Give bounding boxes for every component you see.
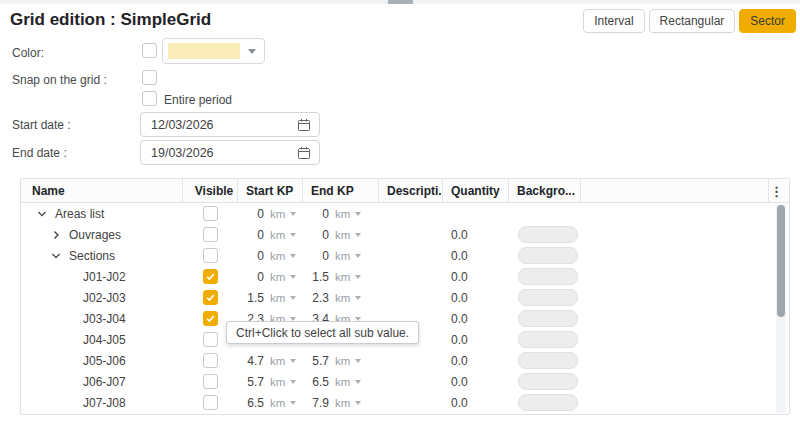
background-input[interactable] (518, 394, 578, 411)
start-kp-value[interactable]: 6.5 (238, 396, 264, 410)
visible-checkbox[interactable] (203, 227, 218, 242)
column-header-visible[interactable]: Visible (183, 179, 238, 202)
background-input[interactable] (518, 373, 578, 390)
start-kp-unit-dropdown[interactable]: km (270, 376, 296, 388)
start-kp-unit-dropdown[interactable]: km (270, 292, 296, 304)
quantity-value[interactable]: 0.0 (451, 228, 468, 242)
visible-checkbox[interactable] (203, 248, 218, 263)
end-kp-unit-dropdown[interactable]: km (335, 376, 361, 388)
entire-period-checkbox[interactable] (142, 91, 157, 106)
description-cell[interactable] (379, 392, 443, 413)
end-kp-value[interactable]: 7.9 (303, 396, 329, 410)
visible-checkbox[interactable] (203, 332, 218, 347)
end-kp-value[interactable]: 0 (303, 249, 329, 263)
end-kp-unit-dropdown[interactable]: km (335, 397, 361, 409)
start-date-input[interactable]: 12/03/2026 (140, 112, 320, 137)
start-kp-unit-dropdown[interactable]: km (270, 271, 296, 283)
sector-button[interactable]: Sector (739, 9, 796, 33)
column-header-quantity[interactable]: Quantity (443, 179, 509, 202)
end-kp-unit-dropdown[interactable]: km (335, 355, 361, 367)
visible-checkbox[interactable] (203, 290, 218, 305)
column-header-description[interactable]: Descripti... (379, 179, 443, 202)
quantity-value[interactable]: 0.0 (451, 249, 468, 263)
column-header-end-kp[interactable]: End KP (303, 179, 379, 202)
end-kp-unit-dropdown[interactable]: km (335, 229, 361, 241)
table-row[interactable]: J05-J06 4.7 km 5.7 km 0.0 (21, 350, 789, 371)
table-row[interactable]: Ouvrages 0 km 0 km 0.0 (21, 224, 789, 245)
table-row[interactable]: J02-J03 1.5 km 2.3 km 0.0 (21, 287, 789, 308)
color-dropdown[interactable] (162, 38, 265, 64)
visible-checkbox[interactable] (203, 311, 218, 326)
table-row[interactable]: J01-J02 0 km 1.5 km 0.0 (21, 266, 789, 287)
background-input[interactable] (518, 289, 578, 306)
start-kp-value[interactable]: 5.7 (238, 375, 264, 389)
table-row[interactable]: J07-J08 6.5 km 7.9 km 0.0 (21, 392, 789, 413)
start-kp-unit-dropdown[interactable]: km (270, 355, 296, 367)
description-cell[interactable] (379, 371, 443, 392)
quantity-value[interactable]: 0.0 (451, 375, 468, 389)
snap-checkbox[interactable] (142, 70, 157, 85)
vertical-scrollbar[interactable] (776, 204, 786, 413)
start-kp-unit-dropdown[interactable]: km (270, 250, 296, 262)
visible-checkbox[interactable] (203, 395, 218, 410)
description-cell[interactable] (379, 266, 443, 287)
end-kp-value[interactable]: 2.3 (303, 291, 329, 305)
column-header-background[interactable]: Backgro... (509, 179, 581, 202)
visible-checkbox[interactable] (203, 206, 218, 221)
visible-checkbox[interactable] (203, 353, 218, 368)
table-row[interactable]: Sections 0 km 0 km 0.0 (21, 245, 789, 266)
quantity-value[interactable]: 0.0 (451, 333, 468, 347)
description-cell[interactable] (379, 245, 443, 266)
background-input[interactable] (518, 226, 578, 243)
background-input[interactable] (518, 352, 578, 369)
end-kp-unit-dropdown[interactable]: km (335, 250, 361, 262)
description-cell[interactable] (379, 350, 443, 371)
column-header-name[interactable]: Name (21, 179, 183, 202)
column-header-start-kp[interactable]: Start KP (238, 179, 303, 202)
description-cell[interactable] (379, 203, 443, 224)
end-kp-value[interactable]: 5.7 (303, 354, 329, 368)
background-input[interactable] (518, 331, 578, 348)
start-kp-value[interactable]: 0 (238, 228, 264, 242)
end-kp-unit-dropdown[interactable]: km (335, 271, 361, 283)
visible-checkbox[interactable] (203, 374, 218, 389)
end-kp-unit-dropdown[interactable]: km (335, 208, 361, 220)
rectangular-button[interactable]: Rectangular (649, 9, 736, 33)
start-kp-unit-dropdown[interactable]: km (270, 229, 296, 241)
calendar-icon[interactable] (297, 118, 311, 132)
start-kp-value[interactable]: 0 (238, 249, 264, 263)
end-kp-unit-dropdown[interactable]: km (335, 292, 361, 304)
start-kp-value[interactable]: 0 (238, 270, 264, 284)
start-kp-value[interactable]: 1.5 (238, 291, 264, 305)
color-checkbox[interactable] (142, 43, 157, 58)
tree-expander[interactable] (37, 209, 55, 219)
column-menu-icon[interactable]: ⋮ (768, 179, 784, 203)
description-cell[interactable] (379, 287, 443, 308)
end-kp-value[interactable]: 6.5 (303, 375, 329, 389)
description-cell[interactable] (379, 224, 443, 245)
calendar-icon[interactable] (297, 146, 311, 160)
background-input[interactable] (518, 247, 578, 264)
table-row[interactable]: Areas list 0 km 0 km (21, 203, 789, 224)
quantity-value[interactable]: 0.0 (451, 396, 468, 410)
end-kp-value[interactable]: 1.5 (303, 270, 329, 284)
background-input[interactable] (518, 268, 578, 285)
start-kp-unit-dropdown[interactable]: km (270, 208, 296, 220)
visible-checkbox[interactable] (203, 269, 218, 284)
quantity-value[interactable]: 0.0 (451, 291, 468, 305)
background-input[interactable] (518, 310, 578, 327)
end-date-input[interactable]: 19/03/2026 (140, 140, 320, 165)
table-row[interactable]: J06-J07 5.7 km 6.5 km 0.0 (21, 371, 789, 392)
end-kp-value[interactable]: 0 (303, 207, 329, 221)
end-kp-value[interactable]: 0 (303, 228, 329, 242)
start-kp-value[interactable]: 4.7 (238, 354, 264, 368)
horizontal-scrollbar-thumb[interactable] (388, 0, 413, 4)
start-kp-value[interactable]: 0 (238, 207, 264, 221)
interval-button[interactable]: Interval (583, 9, 644, 33)
start-kp-unit-dropdown[interactable]: km (270, 397, 296, 409)
quantity-value[interactable]: 0.0 (451, 270, 468, 284)
vertical-scrollbar-thumb[interactable] (777, 205, 785, 317)
tree-expander[interactable] (51, 230, 69, 240)
horizontal-scrollbar[interactable] (0, 0, 800, 4)
quantity-value[interactable]: 0.0 (451, 312, 468, 326)
